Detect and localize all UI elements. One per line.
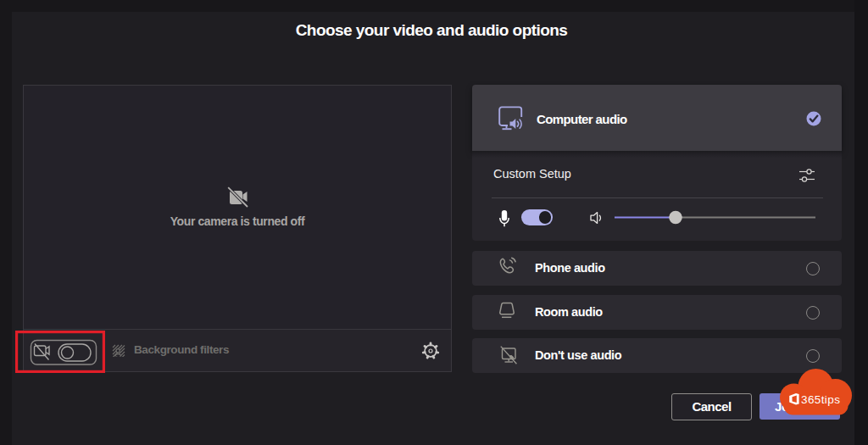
svg-text:365tips: 365tips: [801, 393, 840, 406]
